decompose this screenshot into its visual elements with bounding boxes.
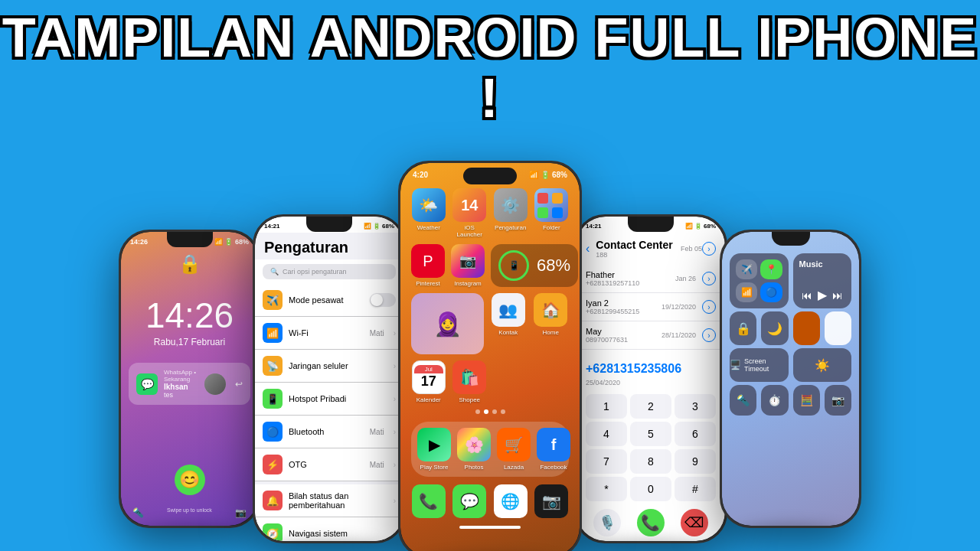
music-tile: Music ⏮ ▶ ⏭ <box>793 253 852 308</box>
airplane-tile[interactable]: ✈️ <box>736 259 757 279</box>
settings-item-airplane[interactable]: ✈️ Mode pesawat <box>255 284 403 317</box>
dock-photos[interactable]: 🌸 Photos <box>457 428 491 471</box>
airplane-toggle[interactable] <box>370 293 396 307</box>
app-weather[interactable]: 🌤️ Weather <box>411 188 446 238</box>
setting-label-cellular: Jaringan seluler <box>289 361 384 370</box>
app-pinterest[interactable]: P Pinterest <box>411 244 445 287</box>
music-label: Music <box>799 259 846 269</box>
dock-facebook[interactable]: f Facebook <box>537 428 570 471</box>
bt-tile[interactable]: 🔵 <box>760 282 782 302</box>
dial-hash[interactable]: # <box>675 477 716 501</box>
dock-playstore[interactable]: ▶ Play Store <box>417 428 451 471</box>
app-home[interactable]: 🏠 Home <box>533 293 570 354</box>
contact-iyan-arrow[interactable]: › <box>702 300 716 314</box>
contact-fhather-arrow[interactable]: › <box>702 272 716 285</box>
dial-4[interactable]: 4 <box>586 422 627 446</box>
battery-widget: 📱 68% <box>491 244 578 287</box>
wifi-arrow: › <box>394 329 396 337</box>
photos-icon: 🌸 <box>457 428 491 461</box>
settings-title: Pengaturan <box>255 233 403 259</box>
bluetooth-arrow: › <box>394 428 396 436</box>
settings-item-bluetooth[interactable]: 🔵 Bluetooth Mati › <box>255 416 403 448</box>
settings-item-status-bar[interactable]: 🔔 Bilah status dan pemberitahuan › <box>255 484 403 517</box>
flashlight-icon: 🔦 <box>132 507 144 518</box>
app-kontak[interactable]: 👥 Kontak <box>490 293 527 354</box>
phone-settings: 14:21 📶 🔋 68% Pengaturan 🔍 Cari opsi pen… <box>253 214 406 543</box>
dial-9[interactable]: 9 <box>675 449 716 474</box>
dock-messages[interactable]: 💬 <box>452 484 488 518</box>
lock-tile[interactable]: 🔒 <box>730 311 756 345</box>
contact-iyan[interactable]: Iyan 2 +6281299455215 19/12/2020 › <box>577 293 725 321</box>
folder-icon <box>534 188 568 222</box>
contact-may-arrow[interactable]: › <box>702 328 716 342</box>
contact-list: Fhather +6281319257110 Jan 26 › Iyan 2 +… <box>577 262 725 356</box>
wifi-tile[interactable]: 📶 <box>736 282 757 302</box>
app-shopee[interactable]: 🛍️ Shopee <box>452 360 488 403</box>
contact-fhather[interactable]: Fhather +6281319257110 Jan 26 › <box>577 265 725 293</box>
voicemail-action[interactable]: 🎙️ <box>593 509 621 536</box>
app-pengaturan[interactable]: ⚙️ Pengaturan <box>493 188 528 238</box>
instagram-icon: 📷 <box>451 244 485 278</box>
dock-lazada[interactable]: 🛒 Lazada <box>497 428 531 471</box>
lock-time: 14:26 <box>145 298 234 333</box>
calc-tile[interactable]: 🧮 <box>793 385 820 416</box>
app-grid-row4: Jul 17 Kalender 🛍️ Shopee <box>400 360 580 406</box>
settings-item-cellular[interactable]: 📡 Jaringan seluler › <box>255 350 403 383</box>
dial-3[interactable]: 3 <box>675 394 716 419</box>
app-kalender[interactable]: Jul 17 Kalender <box>411 360 446 403</box>
contact-may-info: May 08970077631 <box>586 327 655 344</box>
music-controls: ⏮ ▶ ⏭ <box>799 288 846 302</box>
pinterest-icon: P <box>411 244 445 278</box>
contact-fhather-name: Fhather <box>586 270 669 279</box>
battery-ring: 📱 <box>498 250 529 281</box>
dock-camera[interactable]: 📷 <box>534 484 570 518</box>
smiley-icon: 😊 <box>175 465 205 495</box>
camera-tile[interactable]: 📷 <box>825 385 851 416</box>
contact-ikhsan[interactable]: Ikhsan 087885363620 06/08/2020 › <box>577 350 725 356</box>
settings-item-hotspot[interactable]: 📱 Hotspot Pribadi › <box>255 383 403 416</box>
dock-phone[interactable]: 📞 <box>411 484 446 518</box>
app-folder[interactable]: Folder <box>534 188 570 238</box>
contact-center-arrow[interactable]: › <box>702 242 716 256</box>
screen-timeout-tile[interactable]: 🖥️ Screen Timeout <box>730 348 789 382</box>
play-icon[interactable]: ▶ <box>818 288 827 302</box>
rewind-icon[interactable]: ⏮ <box>802 289 812 302</box>
app-ios-launcher[interactable]: 14 iOS Launcher <box>452 188 488 238</box>
white-tile[interactable] <box>825 311 851 345</box>
dial-7[interactable]: 7 <box>586 449 627 474</box>
location-tile[interactable]: 📍 <box>760 259 782 279</box>
orange-tile[interactable] <box>793 311 820 345</box>
dial-2[interactable]: 2 <box>630 394 671 419</box>
settings-item-wifi[interactable]: 📶 Wi-Fi Mati › <box>255 317 403 350</box>
dial-0[interactable]: 0 <box>630 477 671 501</box>
delete-action[interactable]: ⌫ <box>681 509 708 536</box>
contact-may[interactable]: May 08970077631 28/11/2020 › <box>577 321 725 350</box>
dock-chrome[interactable]: 🌐 <box>493 484 528 518</box>
call-action[interactable]: 📞 <box>637 509 665 536</box>
dial-5[interactable]: 5 <box>630 422 671 446</box>
facebook-label: Facebook <box>540 464 567 471</box>
dial-8[interactable]: 8 <box>630 449 671 474</box>
hotspot-arrow: › <box>394 395 396 403</box>
settings-item-otg[interactable]: ⚡ OTG Mati › <box>255 448 403 481</box>
kalender-icon: Jul 17 <box>412 360 446 394</box>
cc-second-row: 🔒 🌙 <box>722 311 859 348</box>
flashlight-tile[interactable]: 🔦 <box>730 385 756 416</box>
dial-6[interactable]: 6 <box>675 422 716 446</box>
avatar <box>204 373 226 395</box>
contact-center-header: ‹ Contact Center 188 Feb 05 › <box>577 233 725 262</box>
cellular-icon: 📡 <box>263 356 283 376</box>
setting-label-status-bar: Bilah status dan pemberitahuan <box>289 491 384 510</box>
brightness-tile[interactable]: ☀️ <box>793 348 852 382</box>
app-instagram[interactable]: 📷 Instagram <box>451 244 485 287</box>
contact-fhather-date: Jan 26 <box>675 275 696 282</box>
settings-search-bar[interactable]: 🔍 Cari opsi pengaturan <box>263 264 396 279</box>
forward-icon[interactable]: ⏭ <box>832 289 843 302</box>
settings-item-navigation[interactable]: 🧭 Navigasi sistem › <box>255 517 403 541</box>
timer-tile[interactable]: ⏱️ <box>761 385 788 416</box>
lockscreen-bottom: 🔦 Swipe up to unlock 📷 <box>121 507 258 518</box>
night-tile[interactable]: 🌙 <box>761 311 788 345</box>
notch <box>167 232 213 247</box>
dial-star[interactable]: * <box>586 477 627 501</box>
dial-1[interactable]: 1 <box>586 394 627 419</box>
